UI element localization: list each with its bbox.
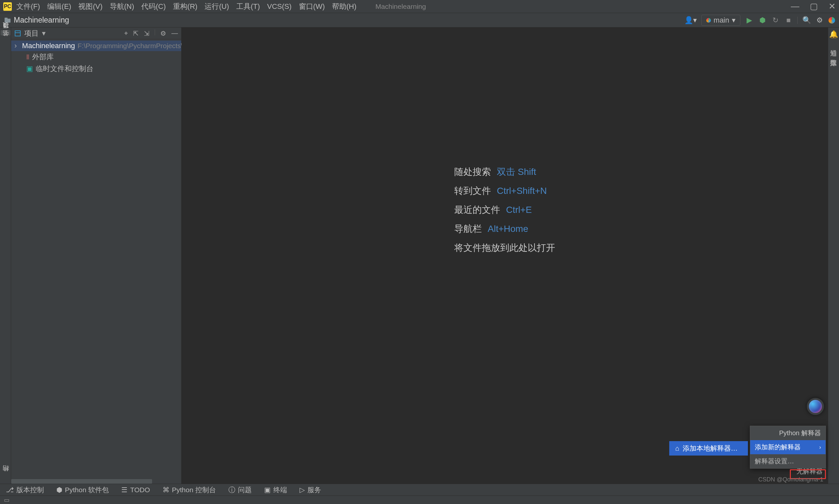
left-gutter: 项目 书签 结构 [0,28,11,484]
popup-header: Python 解释器 [750,426,825,440]
popup-add-local-interpreter[interactable]: ⌂ 添加本地解释器… [669,441,748,455]
hint-label: 最近的文件 [454,200,500,219]
tree-external-libs[interactable]: ⫴ 外部库 [11,51,181,63]
stop-icon[interactable]: ■ [784,16,793,24]
status-widgets-icon[interactable]: ▭ [4,497,10,504]
chevron-down-icon: ▾ [732,16,735,24]
left-tab-structure[interactable]: 结构 [1,474,11,479]
window-minimize-icon[interactable]: — [791,1,799,12]
ai-assistant-icon[interactable] [807,398,824,415]
tool-todo[interactable]: ☰TODO [121,486,150,494]
project-view-icon [14,30,21,37]
menu-file[interactable]: 文件(F) [16,2,40,12]
popup-item-label: 解释器设置… [755,457,794,466]
hint-key: 双击 Shift [497,162,536,181]
window-maximize-icon[interactable]: ▢ [810,1,818,12]
tool-pyconsole[interactable]: ⌘Python 控制台 [162,485,216,494]
run-more-icon[interactable]: ↻ [771,16,780,24]
menu-refactor[interactable]: 重构(R) [173,2,198,12]
tool-vcs[interactable]: ⎇版本控制 [6,485,44,494]
gear-icon[interactable]: ⚙ [160,30,166,37]
tree-root-path: F:\Programming\PycharmProjects\ [78,42,183,50]
horizontal-scrollbar[interactable] [11,479,152,484]
debug-icon[interactable]: ⬢ [758,16,767,24]
breadcrumb-project[interactable]: Machinelearning [14,16,69,24]
hint-key: Ctrl+E [506,200,532,219]
watermark-text: CSDN @Qomolangma-1 [758,476,823,483]
todo-icon: ☰ [121,486,127,494]
menu-window[interactable]: 窗口(W) [299,2,325,12]
tool-problems[interactable]: ⓘ问题 [228,485,252,494]
chevron-down-icon[interactable]: ▾ [42,29,46,38]
svg-rect-1 [5,18,7,19]
left-tab-project[interactable]: 项目 [1,30,11,35]
tree-scratches[interactable]: ▣ 临时文件和控制台 [11,63,181,75]
services-icon: ▷ [300,486,305,494]
popup-item-label: 添加新的解释器 [755,443,801,452]
app-icon: PC [3,2,12,11]
navigation-bar: Machinelearning 👤▾ main ▾ ▶ ⬢ ↻ ■ 🔍 ⚙ [0,13,839,28]
popup-item-label: 添加本地解释器… [683,444,738,453]
menu-help[interactable]: 帮助(H) [332,2,356,12]
run-icon[interactable]: ▶ [745,16,753,24]
branch-icon: ⎇ [6,486,14,494]
menu-view[interactable]: 视图(V) [78,2,102,12]
project-tool-window: 项目 ▾ ⌖ ⇱ ⇲ ⚙ — › Machinelearning F:\Prog… [11,28,181,484]
bottom-tool-bar: ⎇版本控制 ⬢Python 软件包 ☰TODO ⌘Python 控制台 ⓘ问题 … [0,484,839,496]
home-icon: ⌂ [675,445,679,452]
python-icon [706,18,711,23]
collapse-all-icon[interactable]: ⇲ [144,30,150,37]
hide-icon[interactable]: — [171,30,178,37]
search-icon[interactable]: 🔍 [802,16,811,24]
menu-edit[interactable]: 编辑(E) [47,2,71,12]
hint-label: 转到文件 [454,181,491,200]
window-close-icon[interactable]: ✕ [828,1,836,12]
scratch-icon: ▣ [26,65,33,73]
menu-vcs[interactable]: VCS(S) [267,2,292,11]
chevron-right-icon[interactable]: › [14,41,17,50]
menu-code[interactable]: 代码(C) [141,2,166,12]
notifications-icon[interactable]: 🔔 [829,30,838,39]
library-icon: ⫴ [26,53,30,61]
project-panel-title: 项目 [24,29,39,38]
status-bar: ▭ [0,496,839,504]
expand-all-icon[interactable]: ⇱ [133,30,139,37]
python-icon: ⌘ [162,486,170,494]
hint-label: 导航栏 [454,219,482,238]
settings-icon[interactable]: ⚙ [816,16,824,24]
chevron-right-icon: › [819,445,821,450]
left-tab-bookmarks[interactable]: 书签 [1,39,11,44]
problems-icon: ⓘ [228,485,235,494]
tree-item-label: 临时文件和控制台 [36,64,93,74]
menu-bar: PC 文件(F) 编辑(E) 视图(V) 导航(N) 代码(C) 重构(R) 运… [0,0,839,13]
popup-add-new-interpreter[interactable]: 添加新的解释器 › [750,440,825,454]
tool-services[interactable]: ▷服务 [300,485,321,494]
run-config-name: main [714,16,729,24]
menu-run[interactable]: 运行(U) [205,2,229,12]
tree-root[interactable]: › Machinelearning F:\Programming\Pycharm… [11,41,181,51]
folder-icon [4,17,11,24]
select-opened-icon[interactable]: ⌖ [124,30,128,37]
title-project-name: Machinelearning [375,3,426,11]
code-with-me-icon[interactable]: 👤▾ [684,16,697,24]
avatar-icon[interactable] [828,17,835,23]
hint-drop: 将文件拖放到此处以打开 [454,238,555,257]
tool-packages[interactable]: ⬢Python 软件包 [56,485,109,494]
editor-area: 随处搜索双击 Shift 转到文件Ctrl+Shift+N 最近的文件Ctrl+… [181,28,828,484]
tree-item-label: 外部库 [32,52,54,62]
right-gutter: 🔔 通知 数据库 [828,28,839,484]
hint-key: Ctrl+Shift+N [497,181,547,200]
tool-terminal[interactable]: ▣终端 [264,485,287,494]
menu-tools[interactable]: 工具(T) [236,2,260,12]
project-panel-header: 项目 ▾ ⌖ ⇱ ⇲ ⚙ — [11,28,181,39]
empty-editor-hints: 随处搜索双击 Shift 转到文件Ctrl+Shift+N 最近的文件Ctrl+… [454,162,555,257]
interpreter-popup: Python 解释器 添加新的解释器 › 解释器设置… [750,426,826,469]
menu-navigate[interactable]: 导航(N) [110,2,134,12]
tree-root-name: Machinelearning [22,41,75,50]
project-tree[interactable]: › Machinelearning F:\Programming\Pycharm… [11,39,181,76]
popup-interpreter-settings[interactable]: 解释器设置… [750,454,825,468]
run-config-selector[interactable]: main ▾ [701,15,740,26]
package-icon: ⬢ [56,486,62,494]
hint-key: Alt+Home [488,219,528,238]
svg-rect-2 [15,31,20,36]
